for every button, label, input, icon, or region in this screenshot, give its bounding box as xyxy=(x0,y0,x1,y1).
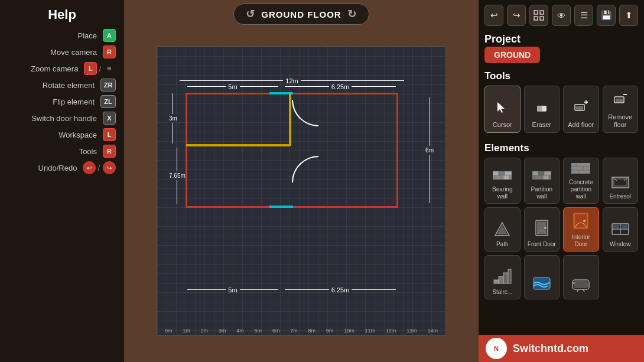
elements-title: Elements xyxy=(484,142,638,154)
move-camera-key: R xyxy=(103,45,116,58)
path-icon xyxy=(493,221,512,239)
svg-rect-52 xyxy=(508,269,511,283)
svg-rect-0 xyxy=(534,11,538,14)
tool-add-floor[interactable]: Add floor xyxy=(563,86,599,133)
svg-rect-12 xyxy=(616,99,623,102)
zoom-camera-icon: ⊕ xyxy=(103,62,116,75)
dim-left-top: 3m xyxy=(169,93,177,144)
elem-interior-door[interactable]: Interior Door xyxy=(563,207,599,252)
zoom-camera-key-l: L xyxy=(84,62,97,75)
add-floor-label: Add floor xyxy=(568,121,594,129)
move-camera-label: Move camera xyxy=(12,48,97,57)
elem-bearing-wall[interactable]: Bearing wall xyxy=(484,158,521,204)
stairs-label: Stairc... xyxy=(492,289,512,296)
floor-next-arrow[interactable]: ↻ xyxy=(347,8,357,21)
tools-grid: Cursor Eraser xyxy=(484,86,638,133)
eraser-icon xyxy=(534,100,549,119)
svg-rect-1 xyxy=(540,11,544,14)
branding-bar: N Switchntd.com xyxy=(479,335,644,362)
undo-icon: ↩ xyxy=(83,161,96,174)
upload-button[interactable]: ⬆ xyxy=(619,5,638,26)
flip-label: Flip element xyxy=(12,97,95,106)
dim-bottom-left: 5m xyxy=(186,286,280,293)
elem-path[interactable]: Path xyxy=(484,207,521,252)
help-row-switch-door: Switch door handle X xyxy=(0,110,124,126)
concrete-wall-label: Concrete partition wall xyxy=(566,179,596,200)
workspace-label: Workspace xyxy=(12,131,97,139)
window-label: Window xyxy=(610,241,631,248)
entresol-label: Entresol xyxy=(609,193,631,200)
tools-title: Tools xyxy=(484,70,638,82)
partition-wall-label: Partition wall xyxy=(527,186,557,200)
svg-point-40 xyxy=(544,227,547,229)
help-row-zoom-camera: Zoom camera L / ⊕ xyxy=(0,60,124,77)
front-door-label: Front Door xyxy=(528,241,556,248)
help-row-workspace: Workspace L xyxy=(0,126,124,143)
help-panel: Help Place A Move camera R Zoom camera L… xyxy=(0,0,124,362)
switch-door-label: Switch door handle xyxy=(12,114,97,123)
remove-floor-label: Remove floor xyxy=(606,113,636,129)
bearing-wall-label: Bearing wall xyxy=(487,186,518,200)
dim-top-left: 5m xyxy=(186,83,280,90)
svg-rect-49 xyxy=(494,280,499,283)
workspace-key: L xyxy=(103,128,116,141)
floor-prev-arrow[interactable]: ↺ xyxy=(246,8,255,21)
elem-bathtub[interactable] xyxy=(563,255,599,299)
place-key: A xyxy=(103,29,116,42)
help-row-flip: Flip element ZL xyxy=(0,93,124,110)
dim-right: 6m xyxy=(425,93,434,208)
help-row-rotate: Rotate element ZR xyxy=(0,77,124,93)
elem-entresol[interactable]: Entresol xyxy=(603,158,639,204)
svg-point-43 xyxy=(583,220,586,222)
elem-pool[interactable] xyxy=(524,255,560,299)
elem-partition-wall[interactable]: Partition wall xyxy=(524,158,560,204)
bottom-opening xyxy=(269,206,293,208)
redo-button[interactable]: ↪ xyxy=(507,5,526,26)
dim-left-bottom: 7.65m xyxy=(169,144,186,207)
help-row-undo-redo: Undo/Redo ↩ / ↪ xyxy=(0,159,124,176)
grid-button[interactable] xyxy=(529,5,548,26)
undo-button[interactable]: ↩ xyxy=(484,5,503,26)
path-label: Path xyxy=(496,241,509,248)
tool-remove-floor[interactable]: Remove floor xyxy=(603,86,639,133)
undo-redo-label: Undo/Redo xyxy=(12,164,77,172)
redo-icon: ↪ xyxy=(103,161,116,174)
tool-eraser[interactable]: Eraser xyxy=(524,86,560,133)
front-door-icon xyxy=(532,219,551,239)
floor-rectangle xyxy=(186,93,398,208)
help-row-tools: Tools R xyxy=(0,143,124,159)
floor-tab[interactable]: ↺ GROUND FLOOR ↻ xyxy=(233,4,369,25)
list-button[interactable]: ☰ xyxy=(574,5,593,26)
elem-front-door[interactable]: Front Door xyxy=(524,207,560,252)
elem-stairs[interactable]: Stairc... xyxy=(484,255,521,299)
floorplan[interactable]: 12m 5m 6.25m xyxy=(157,46,446,335)
svg-rect-48 xyxy=(622,225,627,229)
window-icon xyxy=(611,221,630,239)
dim-top-right-label: 6.25m xyxy=(331,83,350,90)
dim-bottom-left-label: 5m xyxy=(228,286,237,293)
project-section: Project GROUND xyxy=(484,33,638,63)
eye-button[interactable]: 👁 xyxy=(552,5,571,26)
project-title: Project xyxy=(484,33,638,45)
ground-button[interactable]: GROUND xyxy=(484,47,540,63)
svg-rect-23 xyxy=(544,171,551,175)
elem-concrete-wall[interactable]: Concrete partition wall xyxy=(563,158,599,204)
dim-left-bottom-label: 7.65m xyxy=(169,172,186,179)
elements-section: Elements Bearing wall xyxy=(484,140,638,299)
nintendo-logo: N xyxy=(486,338,507,359)
svg-rect-22 xyxy=(538,171,544,175)
brand-text: Switchntd.com xyxy=(513,343,588,355)
dim-bottom-right-label: 6.25m xyxy=(331,286,350,293)
tools-section: Tools Cursor xyxy=(484,68,638,135)
svg-rect-21 xyxy=(532,171,538,175)
interior-wall-v xyxy=(289,93,291,146)
svg-rect-51 xyxy=(503,273,508,283)
pool-icon xyxy=(532,275,551,294)
bathtub-icon xyxy=(571,275,590,294)
elem-window[interactable]: Window xyxy=(603,207,639,252)
place-label: Place xyxy=(12,31,97,40)
concrete-wall-icon xyxy=(571,162,590,177)
rp-toolbar: ↩ ↪ 👁 ☰ 💾 ⬆ xyxy=(484,5,638,26)
save-button[interactable]: 💾 xyxy=(597,5,616,26)
tool-cursor[interactable]: Cursor xyxy=(484,86,521,133)
